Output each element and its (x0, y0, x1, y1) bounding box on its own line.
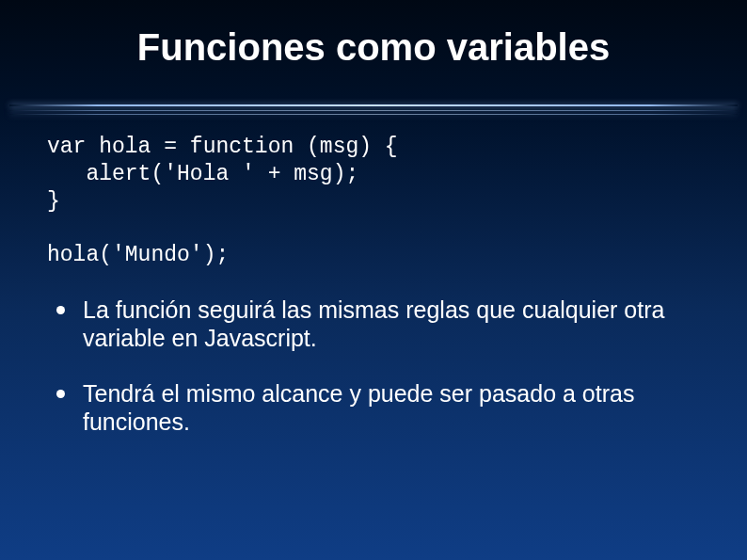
divider-line (9, 114, 738, 115)
divider-line (9, 104, 738, 106)
list-item: Tendrá el mismo alcance y puede ser pasa… (56, 379, 691, 437)
slide-title: Funciones como variables (0, 0, 747, 69)
code-block: var hola = function (msg) { alert('Hola … (47, 134, 700, 269)
list-item: La función seguirá las mismas reglas que… (56, 296, 691, 353)
slide: Funciones como variables var hola = func… (0, 0, 747, 560)
divider (0, 104, 747, 115)
bullet-list: La función seguirá las mismas reglas que… (56, 296, 691, 437)
divider-line (9, 110, 738, 111)
